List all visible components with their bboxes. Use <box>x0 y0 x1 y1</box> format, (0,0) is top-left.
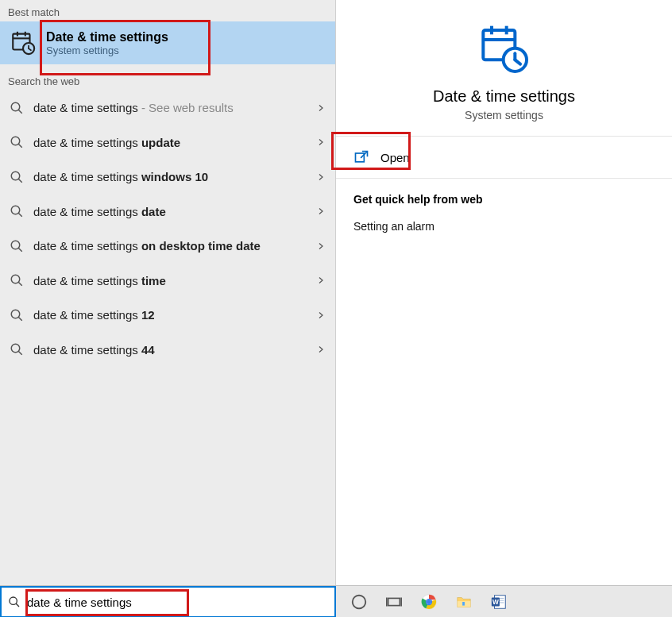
taskbar-search-box[interactable] <box>0 586 336 617</box>
best-match-result[interactable]: Date & time settings System settings <box>0 21 335 64</box>
detail-title: Date & time settings <box>433 87 575 106</box>
svg-point-15 <box>11 241 20 249</box>
details-pane: Date & time settings System settings Ope… <box>336 0 672 585</box>
best-match-header: Best match <box>0 0 335 21</box>
web-results-list: date & time settings - See web results d… <box>0 91 335 367</box>
svg-line-14 <box>18 214 22 218</box>
svg-rect-35 <box>388 598 400 605</box>
detail-subtitle: System settings <box>465 109 543 121</box>
web-result-item[interactable]: date & time settings date <box>0 195 335 229</box>
best-match-subtitle: System settings <box>46 44 168 56</box>
task-view-button[interactable] <box>379 586 409 618</box>
results-pane: Best match Date & time settings System s… <box>0 0 336 585</box>
file-explorer-button[interactable] <box>449 586 479 618</box>
web-result-label: date & time settings windows 10 <box>33 169 307 185</box>
taskbar: W <box>0 585 672 617</box>
web-result-item[interactable]: date & time settings update <box>0 125 335 160</box>
web-result-label: date & time settings time <box>33 273 307 289</box>
chevron-right-icon <box>316 276 326 285</box>
svg-line-10 <box>18 145 22 148</box>
svg-point-21 <box>11 345 20 353</box>
chevron-right-icon <box>316 310 326 320</box>
search-icon <box>8 596 21 608</box>
date-time-icon <box>10 29 37 56</box>
chevron-right-icon <box>316 137 326 147</box>
open-button[interactable]: Open <box>336 137 672 179</box>
best-match-title: Date & time settings <box>46 30 168 44</box>
svg-point-32 <box>10 597 17 604</box>
svg-point-7 <box>11 102 20 111</box>
svg-point-19 <box>11 310 20 318</box>
taskbar-tray: W <box>336 586 514 617</box>
web-result-item[interactable]: date & time settings time <box>0 264 335 299</box>
folder-icon <box>455 593 473 611</box>
svg-text:W: W <box>492 599 499 606</box>
web-result-item[interactable]: date & time settings 44 <box>0 333 335 368</box>
help-header: Get quick help from web <box>353 193 655 206</box>
svg-line-12 <box>18 179 22 183</box>
chevron-right-icon <box>316 345 326 354</box>
open-icon <box>353 149 369 165</box>
cortana-icon <box>350 593 368 611</box>
search-icon <box>10 170 24 184</box>
word-icon: W <box>490 593 508 611</box>
search-icon <box>10 135 24 149</box>
svg-line-18 <box>18 283 22 287</box>
search-icon <box>10 273 24 287</box>
open-label: Open <box>380 151 410 164</box>
search-web-header: Search the web <box>0 64 335 91</box>
search-icon <box>10 101 24 115</box>
web-result-label: date & time settings 44 <box>33 342 307 358</box>
date-time-hero-icon <box>479 24 530 75</box>
svg-point-41 <box>427 600 431 604</box>
search-icon <box>10 342 24 357</box>
search-icon <box>10 239 24 253</box>
web-result-label: date & time settings 12 <box>33 307 307 323</box>
chevron-right-icon <box>316 172 326 182</box>
task-view-icon <box>385 593 403 611</box>
search-icon <box>10 204 24 218</box>
cortana-button[interactable] <box>344 586 374 618</box>
svg-point-9 <box>11 137 20 146</box>
svg-point-17 <box>11 276 20 284</box>
web-result-item[interactable]: date & time settings 12 <box>0 298 335 333</box>
chevron-right-icon <box>316 103 326 113</box>
svg-rect-43 <box>462 602 465 606</box>
svg-line-8 <box>18 110 22 114</box>
svg-line-22 <box>18 352 22 356</box>
svg-point-13 <box>11 206 20 215</box>
chrome-icon <box>420 593 438 611</box>
web-result-label: date & time settings on desktop time dat… <box>33 238 307 254</box>
word-button[interactable]: W <box>484 586 514 618</box>
svg-line-33 <box>16 604 19 607</box>
svg-line-20 <box>18 317 22 321</box>
svg-line-16 <box>18 248 22 252</box>
search-input[interactable] <box>27 596 328 609</box>
svg-rect-30 <box>356 153 365 162</box>
web-result-label: date & time settings - See web results <box>33 100 307 116</box>
svg-point-34 <box>353 595 366 608</box>
svg-point-11 <box>11 172 20 180</box>
web-result-label: date & time settings date <box>33 204 307 220</box>
web-result-label: date & time settings update <box>33 135 307 151</box>
chevron-right-icon <box>316 206 326 216</box>
chrome-button[interactable] <box>414 586 444 618</box>
help-link-alarm[interactable]: Setting an alarm <box>353 220 655 233</box>
web-result-item[interactable]: date & time settings windows 10 <box>0 160 335 195</box>
web-result-item[interactable]: date & time settings on desktop time dat… <box>0 229 335 264</box>
chevron-right-icon <box>316 241 326 251</box>
search-icon <box>10 308 24 322</box>
web-result-item[interactable]: date & time settings - See web results <box>0 91 335 125</box>
